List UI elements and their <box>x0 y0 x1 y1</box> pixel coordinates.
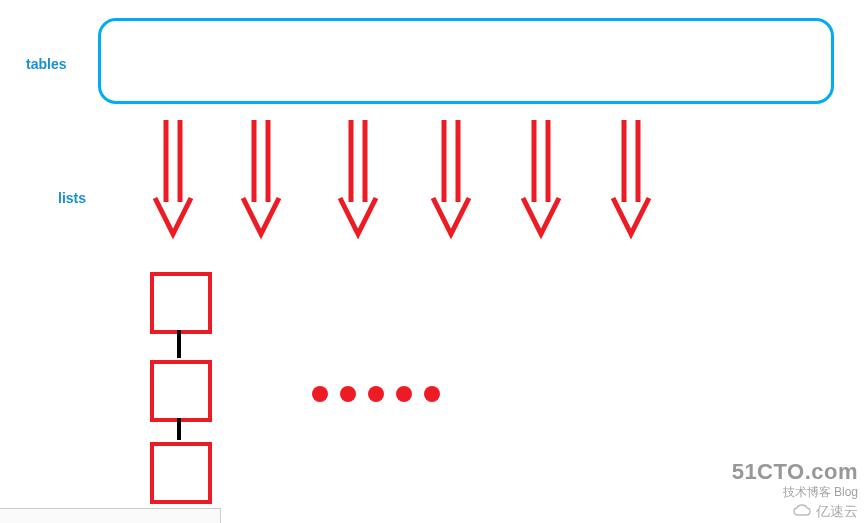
list-connector-1 <box>177 330 181 358</box>
list-node-3 <box>150 442 212 504</box>
label-lists: lists <box>58 190 86 206</box>
ellipsis-dot-4 <box>396 386 412 402</box>
cloud-icon <box>792 504 812 518</box>
ellipsis-dot-5 <box>424 386 440 402</box>
ellipsis-dot-2 <box>340 386 356 402</box>
arrow-down-2 <box>240 120 282 240</box>
watermark-line1: 51CTO.com <box>732 460 858 484</box>
watermark-line2: 技术博客 Blog <box>732 486 858 499</box>
arrow-down-3 <box>337 120 379 240</box>
label-tables: tables <box>26 56 66 72</box>
arrow-down-6 <box>610 120 652 240</box>
list-connector-2 <box>177 418 181 440</box>
ellipsis-dot-1 <box>312 386 328 402</box>
arrow-down-1 <box>152 120 194 240</box>
arrow-down-4 <box>430 120 472 240</box>
watermark-line3: 亿速云 <box>816 504 858 519</box>
list-node-1 <box>150 272 212 334</box>
arrow-down-5 <box>520 120 562 240</box>
tables-container-box <box>98 18 834 104</box>
footer-strip <box>0 508 221 523</box>
watermark: 51CTO.com 技术博客 Blog 亿速云 <box>732 460 858 519</box>
ellipsis-dot-3 <box>368 386 384 402</box>
list-node-2 <box>150 360 212 422</box>
